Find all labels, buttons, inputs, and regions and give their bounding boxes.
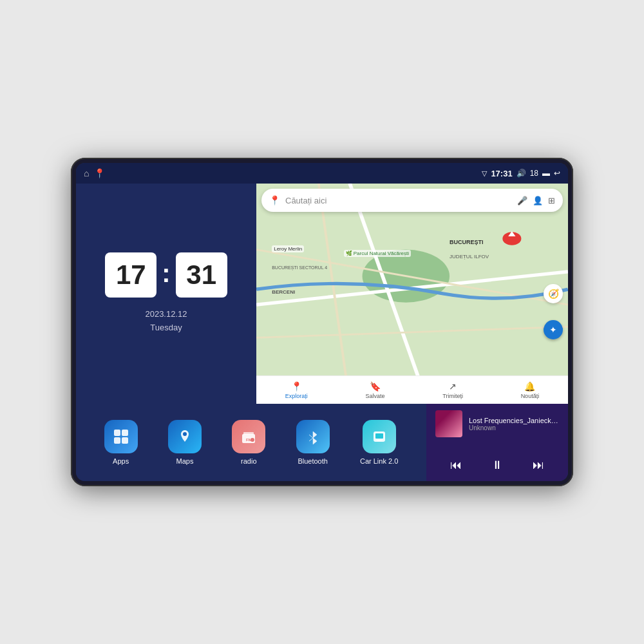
map-label-bucuresti: BUCUREȘTI	[450, 239, 484, 245]
saved-icon: 🔖	[370, 381, 381, 392]
music-player: Lost Frequencies_Janieck Devy-... Unknow…	[426, 404, 568, 481]
clock-colon: :	[162, 259, 170, 288]
top-section: 17 : 31 2023.12.12 Tuesday	[76, 184, 568, 404]
status-bar: ⌂ 📍 ▽ 17:31 🔊 18 ▬ ↩	[76, 163, 568, 184]
news-icon: 🔔	[524, 381, 535, 392]
navigate-button[interactable]: ✦	[544, 320, 563, 339]
map-panel: ▲ 📍 Căutați aici 🎤 👤 ⊞ BUCUREȘTI	[256, 184, 568, 404]
music-info: Lost Frequencies_Janieck Devy-... Unknow…	[435, 410, 559, 437]
car-head-unit: ⌂ 📍 ▽ 17:31 🔊 18 ▬ ↩ 17 :	[71, 158, 573, 486]
app-launcher: Apps Maps	[76, 404, 426, 481]
map-tab-explore[interactable]: 📍 Explorați	[285, 381, 308, 399]
svg-text:▲: ▲	[506, 229, 518, 239]
back-icon[interactable]: ↩	[554, 169, 560, 178]
svg-rect-20	[377, 440, 382, 441]
clock-minutes: 31	[176, 252, 227, 298]
status-time: 17:31	[491, 169, 512, 178]
music-prev-button[interactable]: ⏮	[450, 459, 462, 472]
map-tab-saved[interactable]: 🔖 Salvate	[366, 381, 385, 399]
app-item-apps[interactable]: Apps	[104, 420, 138, 465]
app-item-maps[interactable]: Maps	[168, 420, 202, 465]
app-item-carlink[interactable]: Car Link 2.0	[360, 420, 398, 465]
map-svg: ▲	[256, 184, 568, 404]
mic-icon[interactable]: 🎤	[517, 196, 527, 205]
map-label-sector4: BUCUREȘTI SECTORUL 4	[272, 265, 327, 270]
music-next-button[interactable]: ⏭	[533, 459, 544, 472]
music-artist: Unknown	[469, 424, 559, 431]
bluetooth-label: Bluetooth	[298, 457, 327, 465]
svg-rect-15	[243, 432, 254, 435]
map-search-actions: 🎤 👤 ⊞	[517, 196, 555, 205]
carlink-label: Car Link 2.0	[360, 457, 398, 465]
status-right: ▽ 17:31 🔊 18 ▬ ↩	[482, 169, 560, 178]
apps-label: Apps	[113, 457, 129, 465]
music-thumbnail	[435, 410, 462, 437]
maps-label: Maps	[176, 457, 194, 465]
carlink-icon	[363, 420, 396, 453]
account-icon[interactable]: 👤	[533, 196, 543, 205]
navigate-icon: ✦	[549, 325, 557, 335]
map-search-bar[interactable]: 📍 Căutați aici 🎤 👤 ⊞	[261, 189, 563, 212]
map-pin-icon: 📍	[269, 195, 280, 205]
map-tab-news[interactable]: 🔔 Noutăți	[521, 381, 540, 399]
map-label-parc: 🌿 Parcul Natural Văcărești	[344, 250, 411, 257]
grid-icon[interactable]: ⊞	[548, 196, 555, 205]
clock-date: 2023.12.12 Tuesday	[145, 308, 187, 335]
explore-label: Explorați	[285, 393, 308, 399]
device-screen: ⌂ 📍 ▽ 17:31 🔊 18 ▬ ↩ 17 :	[76, 163, 568, 481]
svg-point-13	[183, 432, 187, 436]
svg-point-17	[251, 438, 254, 442]
svg-rect-12	[122, 437, 128, 444]
map-label-berceni: BERCENI	[272, 289, 295, 295]
app-item-radio[interactable]: FM radio	[232, 420, 265, 465]
status-left: ⌂ 📍	[84, 168, 105, 178]
map-tab-send[interactable]: ↗ Trimiteți	[442, 381, 463, 399]
compass-icon: 🧭	[548, 289, 559, 299]
signal-icon: ▽	[482, 169, 487, 178]
maps-nav-icon[interactable]: 📍	[94, 168, 105, 178]
send-label: Trimiteți	[442, 393, 463, 399]
saved-label: Salvate	[366, 393, 385, 399]
battery-icon: ▬	[542, 169, 550, 178]
main-content: 17 : 31 2023.12.12 Tuesday	[76, 184, 568, 481]
volume-icon: 🔊	[516, 169, 526, 178]
map-label-leroy: Leroy Merlin	[272, 245, 304, 252]
explore-icon: 📍	[291, 381, 302, 392]
app-item-bluetooth[interactable]: Bluetooth	[296, 420, 330, 465]
radio-label: radio	[241, 457, 256, 465]
music-text: Lost Frequencies_Janieck Devy-... Unknow…	[469, 417, 559, 431]
maps-icon	[168, 420, 202, 453]
send-icon: ↗	[449, 381, 457, 392]
svg-rect-19	[375, 433, 383, 439]
music-play-button[interactable]: ⏸	[491, 459, 503, 472]
volume-level: 18	[530, 169, 538, 178]
bluetooth-icon	[296, 420, 330, 453]
music-controls: ⏮ ⏸ ⏭	[435, 456, 559, 475]
clock-hours: 17	[105, 252, 156, 298]
music-title: Lost Frequencies_Janieck Devy-...	[469, 417, 559, 424]
apps-icon	[104, 420, 138, 453]
clock-panel: 17 : 31 2023.12.12 Tuesday	[76, 184, 256, 404]
clock-display: 17 : 31	[105, 252, 227, 298]
svg-rect-10	[122, 430, 128, 436]
radio-icon: FM	[232, 420, 265, 453]
home-nav-icon[interactable]: ⌂	[84, 168, 89, 178]
svg-rect-9	[114, 430, 120, 436]
bottom-section: Apps Maps	[76, 404, 568, 481]
svg-rect-11	[114, 437, 120, 444]
compass-button[interactable]: 🧭	[544, 284, 563, 303]
map-bottom-bar: 📍 Explorați 🔖 Salvate ↗ Trimiteți 🔔	[256, 375, 568, 404]
news-label: Noutăți	[521, 393, 540, 399]
map-search-input[interactable]: Căutați aici	[285, 196, 512, 205]
map-label-ilfov: JUDEȚUL ILFOV	[450, 254, 489, 260]
